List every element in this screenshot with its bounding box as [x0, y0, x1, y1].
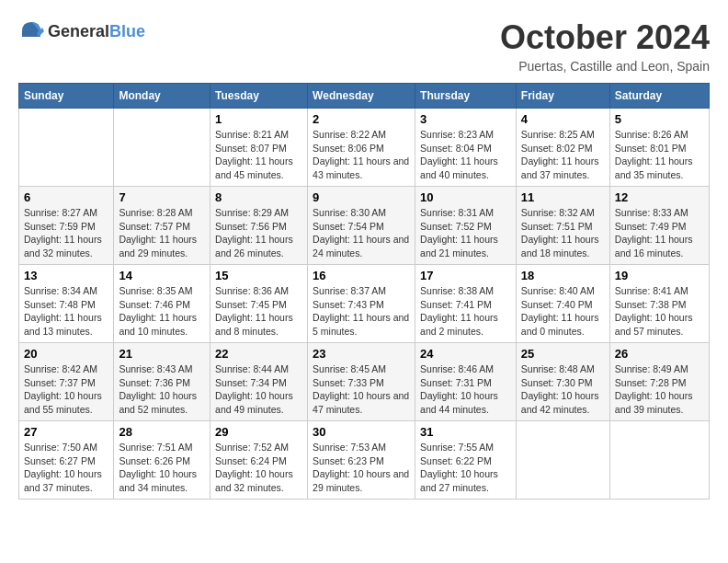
- day-info: Sunrise: 8:40 AM Sunset: 7:40 PM Dayligh…: [521, 284, 605, 339]
- day-info: Sunrise: 8:36 AM Sunset: 7:45 PM Dayligh…: [215, 284, 302, 339]
- day-info: Sunrise: 8:38 AM Sunset: 7:41 PM Dayligh…: [420, 284, 511, 339]
- day-number: 12: [615, 190, 704, 204]
- day-cell: 12Sunrise: 8:33 AM Sunset: 7:49 PM Dayli…: [609, 187, 709, 265]
- day-number: 9: [313, 190, 410, 204]
- day-cell: [516, 421, 609, 500]
- day-info: Sunrise: 7:53 AM Sunset: 6:23 PM Dayligh…: [313, 441, 410, 495]
- day-info: Sunrise: 8:29 AM Sunset: 7:56 PM Dayligh…: [215, 206, 302, 260]
- day-number: 26: [615, 347, 704, 361]
- day-number: 11: [521, 190, 605, 204]
- day-info: Sunrise: 8:33 AM Sunset: 7:49 PM Dayligh…: [615, 206, 704, 260]
- day-cell: 5Sunrise: 8:26 AM Sunset: 8:01 PM Daylig…: [609, 109, 709, 187]
- day-info: Sunrise: 8:22 AM Sunset: 8:06 PM Dayligh…: [313, 128, 410, 182]
- day-cell: 8Sunrise: 8:29 AM Sunset: 7:56 PM Daylig…: [210, 187, 308, 265]
- logo-icon: [18, 18, 44, 44]
- day-number: 29: [215, 425, 302, 439]
- day-number: 2: [313, 112, 410, 126]
- week-row-1: 1Sunrise: 8:21 AM Sunset: 8:07 PM Daylig…: [19, 109, 710, 187]
- day-cell: 21Sunrise: 8:43 AM Sunset: 7:36 PM Dayli…: [114, 343, 210, 421]
- day-cell: 11Sunrise: 8:32 AM Sunset: 7:51 PM Dayli…: [516, 187, 609, 265]
- col-header-wednesday: Wednesday: [308, 84, 415, 109]
- day-info: Sunrise: 8:30 AM Sunset: 7:54 PM Dayligh…: [313, 206, 410, 260]
- col-header-thursday: Thursday: [415, 84, 517, 109]
- day-number: 27: [24, 425, 108, 439]
- day-info: Sunrise: 7:55 AM Sunset: 6:22 PM Dayligh…: [420, 441, 511, 495]
- day-number: 8: [215, 190, 302, 204]
- day-number: 19: [615, 269, 704, 282]
- day-info: Sunrise: 8:48 AM Sunset: 7:30 PM Dayligh…: [521, 362, 605, 417]
- day-cell: 16Sunrise: 8:37 AM Sunset: 7:43 PM Dayli…: [308, 265, 415, 343]
- day-info: Sunrise: 8:26 AM Sunset: 8:01 PM Dayligh…: [615, 128, 704, 182]
- day-cell: 7Sunrise: 8:28 AM Sunset: 7:57 PM Daylig…: [114, 187, 210, 265]
- day-number: 24: [420, 347, 511, 361]
- day-info: Sunrise: 8:28 AM Sunset: 7:57 PM Dayligh…: [119, 206, 205, 260]
- col-header-sunday: Sunday: [19, 84, 114, 109]
- day-info: Sunrise: 7:51 AM Sunset: 6:26 PM Dayligh…: [119, 441, 205, 495]
- day-number: 25: [521, 347, 605, 361]
- week-row-5: 27Sunrise: 7:50 AM Sunset: 6:27 PM Dayli…: [19, 421, 710, 500]
- day-info: Sunrise: 8:31 AM Sunset: 7:52 PM Dayligh…: [420, 206, 511, 260]
- day-cell: 1Sunrise: 8:21 AM Sunset: 8:07 PM Daylig…: [210, 109, 308, 187]
- day-cell: [114, 109, 210, 187]
- day-number: 22: [215, 347, 302, 361]
- day-cell: 31Sunrise: 7:55 AM Sunset: 6:22 PM Dayli…: [415, 421, 517, 500]
- day-cell: 2Sunrise: 8:22 AM Sunset: 8:06 PM Daylig…: [308, 109, 415, 187]
- day-cell: 20Sunrise: 8:42 AM Sunset: 7:37 PM Dayli…: [19, 343, 114, 421]
- day-number: 23: [313, 347, 410, 361]
- day-cell: 25Sunrise: 8:48 AM Sunset: 7:30 PM Dayli…: [516, 343, 609, 421]
- day-info: Sunrise: 8:46 AM Sunset: 7:31 PM Dayligh…: [420, 362, 511, 417]
- day-number: 15: [215, 269, 302, 282]
- day-info: Sunrise: 8:35 AM Sunset: 7:46 PM Dayligh…: [119, 284, 205, 339]
- day-info: Sunrise: 8:43 AM Sunset: 7:36 PM Dayligh…: [119, 362, 205, 417]
- day-number: 10: [420, 190, 511, 204]
- day-info: Sunrise: 8:23 AM Sunset: 8:04 PM Dayligh…: [420, 128, 511, 182]
- day-number: 4: [521, 112, 605, 126]
- day-info: Sunrise: 8:44 AM Sunset: 7:34 PM Dayligh…: [215, 362, 302, 417]
- day-cell: 18Sunrise: 8:40 AM Sunset: 7:40 PM Dayli…: [516, 265, 609, 343]
- day-info: Sunrise: 7:52 AM Sunset: 6:24 PM Dayligh…: [215, 441, 302, 495]
- day-number: 28: [119, 425, 205, 439]
- day-number: 6: [24, 190, 108, 204]
- day-number: 3: [420, 112, 511, 126]
- day-info: Sunrise: 8:41 AM Sunset: 7:38 PM Dayligh…: [615, 284, 704, 339]
- calendar-table: SundayMondayTuesdayWednesdayThursdayFrid…: [18, 83, 710, 500]
- day-cell: 17Sunrise: 8:38 AM Sunset: 7:41 PM Dayli…: [415, 265, 517, 343]
- day-cell: 13Sunrise: 8:34 AM Sunset: 7:48 PM Dayli…: [19, 265, 114, 343]
- day-cell: 3Sunrise: 8:23 AM Sunset: 8:04 PM Daylig…: [415, 109, 517, 187]
- col-header-saturday: Saturday: [609, 84, 709, 109]
- day-info: Sunrise: 8:27 AM Sunset: 7:59 PM Dayligh…: [24, 206, 108, 260]
- day-number: 20: [24, 347, 108, 361]
- day-info: Sunrise: 8:25 AM Sunset: 8:02 PM Dayligh…: [521, 128, 605, 182]
- day-cell: [19, 109, 114, 187]
- day-cell: 15Sunrise: 8:36 AM Sunset: 7:45 PM Dayli…: [210, 265, 308, 343]
- col-header-tuesday: Tuesday: [210, 84, 308, 109]
- month-title: October 2024: [500, 18, 710, 57]
- day-cell: 24Sunrise: 8:46 AM Sunset: 7:31 PM Dayli…: [415, 343, 517, 421]
- day-cell: 19Sunrise: 8:41 AM Sunset: 7:38 PM Dayli…: [609, 265, 709, 343]
- header-row: SundayMondayTuesdayWednesdayThursdayFrid…: [19, 84, 710, 109]
- day-cell: 29Sunrise: 7:52 AM Sunset: 6:24 PM Dayli…: [210, 421, 308, 500]
- day-info: Sunrise: 8:45 AM Sunset: 7:33 PM Dayligh…: [313, 362, 410, 417]
- day-number: 17: [420, 269, 511, 282]
- day-info: Sunrise: 8:34 AM Sunset: 7:48 PM Dayligh…: [24, 284, 108, 339]
- page-header: GeneralBlue October 2024 Puertas, Castil…: [18, 18, 710, 74]
- day-cell: 14Sunrise: 8:35 AM Sunset: 7:46 PM Dayli…: [114, 265, 210, 343]
- day-info: Sunrise: 8:37 AM Sunset: 7:43 PM Dayligh…: [313, 284, 410, 339]
- location: Puertas, Castille and Leon, Spain: [500, 59, 710, 74]
- logo: GeneralBlue: [18, 18, 145, 44]
- day-cell: 6Sunrise: 8:27 AM Sunset: 7:59 PM Daylig…: [19, 187, 114, 265]
- day-cell: 28Sunrise: 7:51 AM Sunset: 6:26 PM Dayli…: [114, 421, 210, 500]
- logo-text: GeneralBlue: [48, 22, 145, 41]
- col-header-friday: Friday: [516, 84, 609, 109]
- day-info: Sunrise: 8:49 AM Sunset: 7:28 PM Dayligh…: [615, 362, 704, 417]
- day-info: Sunrise: 8:32 AM Sunset: 7:51 PM Dayligh…: [521, 206, 605, 260]
- day-cell: 30Sunrise: 7:53 AM Sunset: 6:23 PM Dayli…: [308, 421, 415, 500]
- day-info: Sunrise: 8:42 AM Sunset: 7:37 PM Dayligh…: [24, 362, 108, 417]
- day-cell: 23Sunrise: 8:45 AM Sunset: 7:33 PM Dayli…: [308, 343, 415, 421]
- day-cell: 22Sunrise: 8:44 AM Sunset: 7:34 PM Dayli…: [210, 343, 308, 421]
- day-cell: 4Sunrise: 8:25 AM Sunset: 8:02 PM Daylig…: [516, 109, 609, 187]
- day-number: 18: [521, 269, 605, 282]
- week-row-3: 13Sunrise: 8:34 AM Sunset: 7:48 PM Dayli…: [19, 265, 710, 343]
- day-number: 31: [420, 425, 511, 439]
- day-number: 30: [313, 425, 410, 439]
